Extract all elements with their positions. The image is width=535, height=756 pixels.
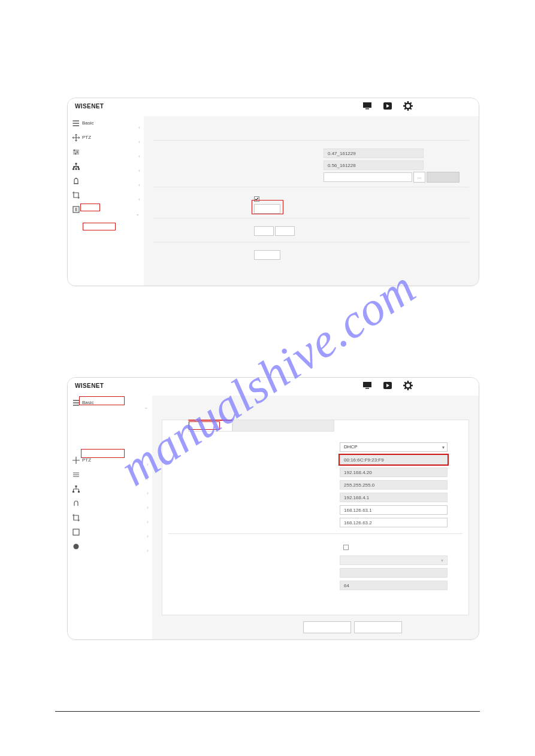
sidebar: Basic‹ PTZ‹ ‹ ‹ ‹ ‹ ⌄: [68, 116, 144, 286]
sidebar-item-network[interactable]: ‹: [68, 482, 152, 496]
svg-rect-40: [78, 491, 80, 493]
sidebar-item-event[interactable]: ‹: [68, 496, 152, 511]
dns2-field[interactable]: 168.126.63.2: [340, 518, 448, 527]
ipv6-checkbox[interactable]: [343, 542, 349, 547]
gear-icon[interactable]: [403, 381, 413, 390]
sidebar-item-ptz[interactable]: PTZ‹: [68, 130, 144, 145]
crop-icon: [72, 190, 80, 198]
apply-button[interactable]: [303, 621, 351, 633]
upload-button[interactable]: [427, 172, 460, 183]
tab-area: [162, 420, 469, 433]
page-footer-rule: [55, 711, 480, 712]
svg-line-35: [410, 388, 412, 389]
svg-rect-18: [75, 163, 77, 165]
sidebar-item-system[interactable]: ⌄: [68, 202, 144, 217]
sidebar-label: PTZ: [82, 457, 91, 463]
playback-icon[interactable]: [383, 101, 392, 111]
svg-point-16: [77, 151, 78, 153]
sidebar-item-analytics[interactable]: ‹: [68, 525, 152, 539]
sidebar-subitem[interactable]: [68, 421, 152, 432]
action-btn-1[interactable]: [254, 226, 274, 236]
top-icons: [362, 381, 413, 390]
highlight-basic-menu: [79, 396, 125, 405]
topbar: WISENET: [68, 378, 479, 396]
checkbox[interactable]: [254, 193, 259, 199]
highlight-upgrade-submenu: [83, 223, 116, 230]
sidebar-item-crop[interactable]: ‹: [68, 511, 152, 525]
highlight-settings-button: [252, 200, 283, 214]
live-icon[interactable]: [362, 381, 372, 390]
sidebar-item-basic[interactable]: Basic‹: [68, 116, 144, 130]
playback-icon[interactable]: [383, 381, 392, 390]
svg-point-29: [406, 383, 411, 388]
highlight-mac: [338, 454, 449, 466]
svg-line-37: [410, 382, 412, 383]
topbar: WISENET: [68, 98, 479, 117]
divider: [153, 187, 469, 187]
svg-rect-21: [78, 168, 80, 170]
svg-line-36: [404, 388, 406, 389]
system-icon: [72, 205, 80, 212]
gear-icon[interactable]: [403, 101, 413, 111]
sidebar-item-video[interactable]: ‹: [68, 145, 144, 159]
svg-rect-38: [75, 485, 77, 487]
highlight-tab-ip: [189, 421, 220, 430]
sidebar-item-analytics[interactable]: ‹: [68, 188, 144, 202]
svg-rect-22: [74, 183, 78, 184]
svg-rect-0: [363, 102, 371, 108]
svg-point-42: [74, 544, 79, 549]
sidebar-label: PTZ: [82, 135, 91, 140]
settings-window-upgrade: WISENET Basic‹ PTZ‹ ‹ ‹ ‹ ‹ ⌄ 0.47_16122…: [67, 98, 479, 286]
main-panel: DHCP 00:16:6C:F9:23:F9 192.168.4.20 255.…: [152, 396, 479, 639]
svg-rect-26: [363, 382, 371, 387]
divider: [153, 242, 469, 242]
svg-point-15: [74, 150, 75, 151]
live-icon[interactable]: [362, 101, 372, 111]
svg-line-34: [404, 382, 406, 383]
svg-point-14: [72, 125, 73, 126]
cancel-button[interactable]: [354, 621, 402, 633]
svg-line-9: [410, 108, 412, 110]
event-icon: [72, 499, 80, 506]
sidebar-subitem[interactable]: [68, 410, 152, 421]
chevron-left-icon: ‹: [147, 544, 149, 558]
sidebar-item-video[interactable]: ‹: [68, 467, 152, 482]
svg-rect-43: [344, 545, 349, 550]
hw-version-field: 0.56_161228: [324, 160, 424, 170]
analytics-icon: [72, 527, 80, 535]
dns1-field[interactable]: 168.126.63.1: [340, 505, 448, 515]
svg-rect-41: [73, 529, 79, 535]
network-icon: [72, 484, 80, 491]
divider: [168, 533, 463, 534]
ipv6-type-select: ▾: [340, 555, 448, 565]
sw-version-field: 0.47_161229: [324, 148, 424, 158]
ip-type-select[interactable]: DHCP: [340, 442, 448, 452]
sliders-icon: [72, 147, 80, 154]
highlight-system-menu: [80, 204, 100, 211]
browse-button[interactable]: ...: [413, 172, 425, 183]
settings-window-ipport: WISENET Basic⌄ PTZ‹ ‹ ‹ ‹ ‹ ‹ ‹: [67, 377, 479, 640]
svg-line-10: [404, 108, 406, 110]
tab-port[interactable]: [232, 420, 334, 432]
move-icon: [72, 456, 80, 463]
move-icon: [72, 133, 80, 140]
firmware-file-field[interactable]: [324, 172, 412, 182]
action-btn-2[interactable]: [275, 226, 295, 236]
svg-line-11: [410, 102, 412, 104]
restart-button[interactable]: [254, 250, 280, 260]
mask-field: 255.255.255.0: [340, 480, 448, 490]
svg-rect-20: [75, 168, 77, 170]
list-icon: [72, 119, 80, 126]
sidebar-item-network[interactable]: ‹: [68, 159, 144, 174]
network-icon: [72, 162, 80, 169]
sidebar-item-event[interactable]: ‹: [68, 174, 144, 188]
ip-field: 192.168.4.20: [340, 467, 448, 477]
sidebar: Basic⌄ PTZ‹ ‹ ‹ ‹ ‹ ‹ ‹: [68, 396, 153, 639]
sidebar-item-system[interactable]: ‹: [68, 539, 152, 554]
svg-line-8: [404, 102, 406, 104]
divider: [153, 140, 469, 141]
system-icon: [72, 542, 80, 549]
sidebar-subitem[interactable]: [68, 432, 152, 442]
top-icons: [362, 101, 413, 111]
brand-logo: WISENET: [75, 382, 104, 389]
